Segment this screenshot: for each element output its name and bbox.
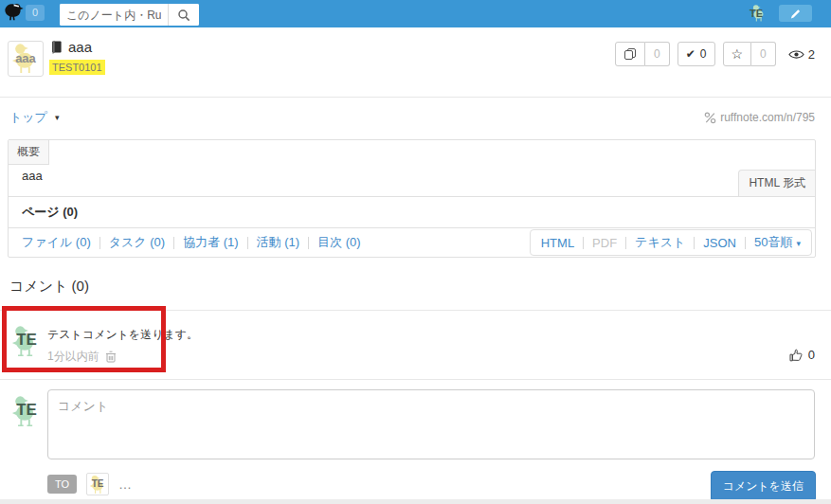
html-format-button[interactable]: HTML 形式 [738,170,815,196]
view-count: 2 [808,47,815,62]
fork-count[interactable]: 0 [645,42,670,66]
fork-button-group: 0 [615,42,670,66]
avatar-initials: TE [9,331,44,350]
breadcrumb-current: トップ [9,109,47,126]
star-icon: ☆ [732,46,744,62]
comment-text: テストコメントを送ります。 [47,327,198,343]
divider [625,237,626,249]
pages-section-header: ページ (0) [9,196,815,227]
nav-link-files[interactable]: ファイル (0) [22,234,91,251]
fork-button[interactable] [615,42,645,66]
search-bar [60,4,199,26]
link-icon [704,112,716,124]
comment-form-toolbar: TO TE … [47,473,134,495]
new-note-button[interactable] [779,5,812,22]
overview-panel: 概要 aaa HTML 形式 ページ (0) ファイル (0) タスク (0) … [8,139,816,258]
watch-button[interactable]: ✔ 0 [677,42,715,66]
submit-comment-button[interactable]: コメントを送信 [711,471,816,502]
comment-timestamp: 1分以内前 [47,349,99,365]
like-count: 0 [808,348,815,362]
notebook-icon [49,40,63,54]
export-links-box: HTML PDF テキスト JSON 50音順▾ [530,229,812,256]
sort-order-dropdown[interactable]: 50音順▾ [754,234,801,251]
nav-link-tasks[interactable]: タスク (0) [109,234,165,251]
star-button-group: ☆ 0 [723,42,776,66]
to-mention-button[interactable]: TO [47,475,77,494]
view-counter: 2 [788,47,815,62]
nav-link-collaborators[interactable]: 協力者 (1) [183,234,239,251]
eye-icon [788,49,804,60]
note-links-row: ファイル (0) タスク (0) 協力者 (1) 活動 (1) 目次 (0) H… [9,227,815,257]
note-tag[interactable]: TEST0101 [49,60,105,75]
export-link-json[interactable]: JSON [703,236,736,250]
overview-text: aaa [22,169,43,183]
notification-count-badge[interactable]: 0 [26,5,45,21]
note-title-row: aaa [49,39,92,55]
divider [308,237,309,249]
delete-comment-button[interactable] [105,351,117,363]
overview-body: aaa HTML 形式 [9,165,815,196]
copy-icon [623,47,637,61]
search-button[interactable] [168,4,199,26]
avatar-initials: TE [9,401,44,420]
divider [247,237,248,249]
comments-heading: コメント (0) [9,278,89,296]
nav-link-toc[interactable]: 目次 (0) [317,234,361,251]
mention-user-avatar[interactable]: TE [86,473,109,495]
comment-list: TE テストコメントを送ります。 1分以内前 0 [0,310,831,380]
check-icon: ✔ [686,47,696,61]
bird-icon [3,3,25,23]
comment-form: TE TO TE … コメントを送信 [0,381,831,499]
permalink-text: ruffnote.com/n/795 [720,111,815,124]
nav-link-activity[interactable]: 活動 (1) [257,234,300,251]
divider [694,237,695,249]
trash-icon [105,351,117,363]
breadcrumb-row: トップ ▾ ruffnote.com/n/795 [0,99,831,139]
commenter-avatar[interactable]: TE [9,323,44,357]
divider [583,237,584,249]
search-icon [177,9,190,22]
star-count[interactable]: 0 [751,42,776,66]
more-options[interactable]: … [118,477,134,492]
note-permalink[interactable]: ruffnote.com/n/795 [704,111,815,124]
divider [745,237,746,249]
current-user-avatar: TE [9,393,44,427]
note-stats: 0 ✔ 0 ☆ 0 2 [615,42,815,66]
divider [173,237,174,249]
comment-meta: 1分以内前 [47,349,117,365]
export-link-pdf: PDF [592,236,617,250]
avatar-initials: aaa [9,51,43,65]
note-owner-avatar[interactable]: aaa [8,41,44,77]
watch-count: 0 [700,47,707,61]
top-navigation-bar: 0 TE [0,0,831,27]
like-button[interactable]: 0 [789,348,815,362]
footer-edge [0,499,831,504]
chevron-down-icon: ▾ [55,113,60,122]
breadcrumb[interactable]: トップ ▾ [9,109,59,126]
star-button[interactable]: ☆ [723,42,752,66]
tab-strip: 概要 [9,140,815,165]
search-input[interactable] [60,4,168,26]
export-link-text[interactable]: テキスト [635,234,685,251]
note-title: aaa [68,39,92,55]
tab-overview[interactable]: 概要 [9,140,49,165]
comment-textarea[interactable] [47,389,815,459]
pencil-icon [789,8,802,20]
sort-order-label: 50音順 [754,235,792,249]
ruffnote-bird-logo[interactable] [3,3,26,24]
thumbs-up-icon [789,349,803,362]
export-link-html[interactable]: HTML [541,236,574,250]
divider [99,237,100,249]
avatar-initials: TE [87,478,108,489]
note-header: aaa aaa TEST0101 0 ✔ 0 ☆ 0 [0,27,831,98]
chevron-down-icon: ▾ [796,239,801,248]
